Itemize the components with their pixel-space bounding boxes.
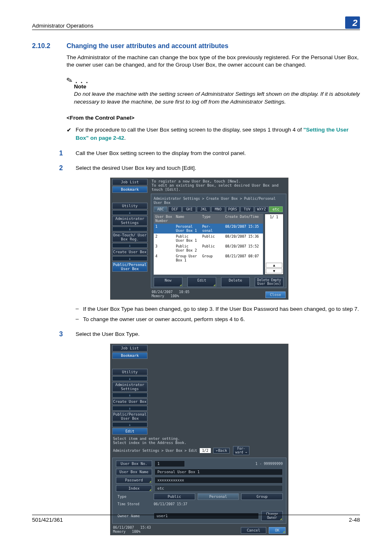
col-name: Name [174, 214, 201, 224]
public-personal-button[interactable]: Public/Personal User Box [112, 262, 148, 272]
tab-ghi[interactable]: GHI [182, 206, 196, 212]
table-row[interactable]: 3Public User Box 2Public08/20/2007 15:52 [154, 243, 263, 253]
col-number: User Box Number [154, 214, 174, 224]
header-title: Administrator Operations [32, 23, 93, 29]
step-number-3: 3 [59, 331, 76, 338]
tab-def[interactable]: DEF [168, 206, 182, 212]
bullet-dash: – [76, 316, 83, 323]
msg2: Select index in the Address Book. [113, 441, 286, 445]
arrow-down-icon[interactable]: ↓ [112, 376, 148, 381]
note-text: Do not leave the machine with the settin… [74, 90, 360, 105]
userboxno-label: User Box No. [116, 460, 152, 467]
forward-button[interactable]: For- ward → [233, 446, 249, 455]
status-date: 08/24/2007 [152, 290, 173, 294]
type-public[interactable]: Public [154, 493, 195, 500]
col-date: Create Date/Time [224, 214, 263, 224]
bookmark-button[interactable]: Bookmark [112, 352, 148, 359]
msg1: Select item and enter setting. [113, 437, 286, 441]
admin-settings-button[interactable]: Administrator Settings [112, 216, 148, 226]
screenshot-2: Job List Bookmark Utility ↓ Administrato… [110, 344, 288, 535]
note-b: To change the owner user or owner accoun… [83, 316, 360, 323]
arrow-down-icon[interactable]: ↓ [112, 422, 148, 427]
tab-wxyz[interactable]: WXYZ [255, 206, 268, 212]
timestored-value: 06/11/2007 15:37 [154, 502, 187, 506]
edit-button[interactable]: Edit [187, 277, 216, 287]
type-personal[interactable]: Personal [198, 493, 239, 500]
tab-abc[interactable]: ABC [154, 206, 167, 212]
timestored-label: Time Stored [116, 502, 151, 507]
step-text-1: Call the User Box setting screen to the … [76, 150, 360, 157]
status-pct: 100% [132, 530, 140, 534]
breadcrumb: Administrator Settings > Create User Box… [151, 194, 286, 206]
tab-mno[interactable]: MNO [211, 206, 225, 212]
cancel-button[interactable]: Cancel [241, 527, 267, 534]
joblist-button[interactable]: Job List [112, 179, 148, 185]
footer-left: 501/421/361 [32, 517, 63, 523]
index-value: etc [154, 485, 283, 492]
section-number: 2.10.2 [32, 42, 67, 50]
table-row[interactable]: 1Personal User Box 1Per- sonal08/20/2007… [154, 224, 263, 234]
delete-empty-button[interactable]: Delete Empty User Box(es) [255, 277, 284, 287]
msg2: To edit an existing User Box, select des… [152, 183, 286, 192]
tab-jkl[interactable]: JKL [197, 206, 210, 212]
table-row[interactable]: 2Public User Box 1Public08/20/2007 15:36 [154, 234, 263, 243]
page-indicator: 1/ 1 [266, 215, 282, 219]
section-title: Changing the user attributes and account… [67, 42, 228, 50]
close-button[interactable]: Close [265, 291, 286, 298]
range-label: 1 - 999999999 [255, 462, 283, 466]
password-label[interactable]: Password [116, 477, 152, 483]
step-text-3: Select the User Box Type. [76, 331, 360, 338]
bullet-dash: – [76, 305, 83, 313]
checkmark-icon: ✔ [67, 126, 76, 143]
table-row[interactable]: 4Group User Box 1Group08/21/2007 08:07 [154, 253, 263, 263]
chapter-badge: 2 [345, 16, 360, 29]
col-type: Type [201, 214, 224, 224]
admin-settings-button[interactable]: Administrator Settings [112, 382, 148, 392]
note-label: Note [74, 83, 360, 90]
arrow-down-icon[interactable]: ↓ [112, 256, 148, 261]
public-personal-button[interactable]: Public/Personal User Box [112, 412, 148, 421]
breadcrumb: Administrator Settings > User Box > Edit [113, 449, 197, 453]
msg1: To register a new User Box, touch [New]. [152, 179, 286, 183]
new-button[interactable]: New [154, 277, 182, 287]
subheading-from-control-panel: <From the Control Panel> [67, 115, 360, 121]
tab-tuv[interactable]: TUV [240, 206, 254, 212]
onetouch-button[interactable]: One-Touch/ User Box Reg. [112, 232, 148, 242]
utility-button[interactable]: Utility [112, 203, 148, 209]
status-date: 06/11/2007 [113, 525, 134, 530]
page-up-button[interactable]: ▲ [266, 263, 282, 268]
index-label[interactable]: Index [116, 485, 152, 492]
status-pct: 100% [171, 294, 179, 298]
step-number-2: 2 [59, 164, 76, 172]
step-text-2: Select the desired User Box key and touc… [76, 164, 360, 172]
ok-button[interactable]: OK [269, 527, 286, 534]
status-time: 10:05 [179, 290, 190, 294]
userboxname-label[interactable]: User Box Name [116, 469, 152, 475]
create-userbox-button[interactable]: Create User Box [112, 398, 148, 405]
arrow-down-icon[interactable]: ↓ [112, 227, 148, 231]
userboxname-value: Personal User Box 1 [154, 469, 283, 475]
arrow-down-icon[interactable]: ↓ [112, 243, 148, 248]
joblist-button[interactable]: Job List [112, 345, 148, 352]
back-button[interactable]: ←Back [213, 448, 230, 453]
tab-etc[interactable]: etc [269, 206, 283, 212]
status-time: 15:43 [141, 525, 151, 530]
arrow-down-icon[interactable]: ↓ [112, 210, 148, 215]
status-memory: Memory [113, 530, 126, 534]
prereq-text: For the procedure to call the User Box s… [76, 126, 360, 143]
page-indicator: 1/2 [200, 448, 211, 453]
type-group[interactable]: Group [241, 493, 283, 500]
create-userbox-button[interactable]: Create User Box [112, 249, 148, 255]
type-label: Type [116, 494, 151, 500]
page-down-button[interactable]: ▼ [266, 268, 282, 273]
note-a: If the User Box Type has been changed, g… [83, 305, 360, 313]
password-value: xxxxxxxxxxxx [154, 477, 283, 483]
delete-button[interactable]: Delete [221, 277, 250, 287]
arrow-down-icon[interactable]: ↓ [112, 393, 148, 398]
utility-button[interactable]: Utility [112, 369, 148, 375]
tab-pqrs[interactable]: PQRS [226, 206, 240, 212]
arrow-down-icon[interactable]: ↓ [112, 406, 148, 411]
screenshot-1: Job List Bookmark Utility ↓ Administrato… [110, 178, 288, 300]
bookmark-button[interactable]: Bookmark [112, 186, 148, 193]
edit-button-side[interactable]: Edit [112, 428, 148, 435]
